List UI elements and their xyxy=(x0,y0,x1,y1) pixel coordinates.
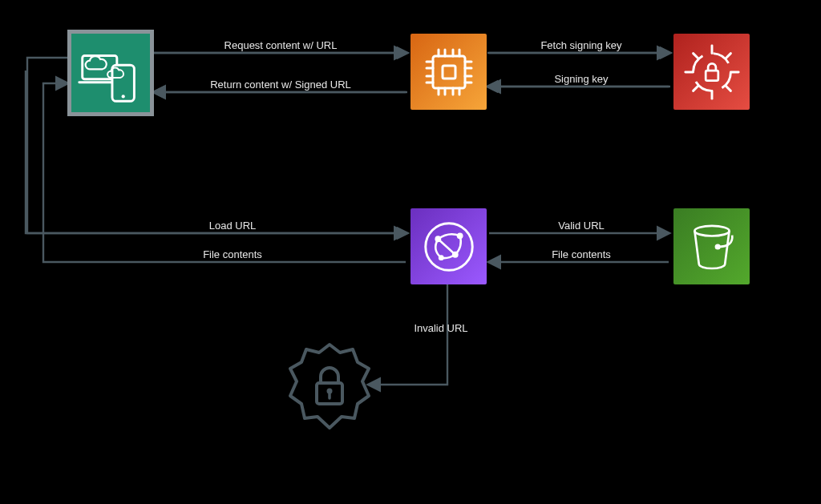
svg-point-9 xyxy=(122,95,125,98)
access-denied-node xyxy=(285,338,374,434)
svg-rect-10 xyxy=(433,56,465,88)
compute-node xyxy=(410,34,487,110)
label-file-contents-right: File contents xyxy=(525,248,637,260)
s3-bucket-icon xyxy=(683,218,741,276)
svg-point-38 xyxy=(425,223,472,270)
architecture-diagram: Request content w/ URL Return content w/… xyxy=(0,0,821,504)
label-request-content: Request content w/ URL xyxy=(184,39,377,51)
s3-node xyxy=(673,208,750,284)
client-devices-icon xyxy=(71,34,150,112)
label-file-contents-left: File contents xyxy=(176,248,289,260)
label-signing-key: Signing key xyxy=(529,73,633,85)
label-invalid-url: Invalid URL xyxy=(385,322,497,334)
label-valid-url: Valid URL xyxy=(533,220,629,232)
svg-rect-37 xyxy=(706,71,718,81)
svg-line-33 xyxy=(693,53,698,58)
access-denied-shield-icon xyxy=(285,338,374,434)
svg-point-28 xyxy=(693,53,730,91)
label-return-content: Return content w/ Signed URL xyxy=(168,79,393,91)
svg-point-43 xyxy=(694,225,729,236)
secrets-node xyxy=(673,34,750,110)
compute-chip-icon xyxy=(421,44,477,100)
client-node xyxy=(67,30,154,116)
svg-line-35 xyxy=(726,53,730,58)
svg-line-34 xyxy=(726,86,730,91)
label-fetch-key: Fetch signing key xyxy=(521,39,641,51)
svg-line-36 xyxy=(693,86,698,91)
cloudfront-node xyxy=(410,208,487,284)
svg-point-44 xyxy=(714,244,720,249)
label-load-url: Load URL xyxy=(184,220,281,232)
secrets-manager-icon xyxy=(681,41,743,103)
svg-rect-11 xyxy=(443,66,455,79)
cloudfront-icon xyxy=(418,216,480,278)
